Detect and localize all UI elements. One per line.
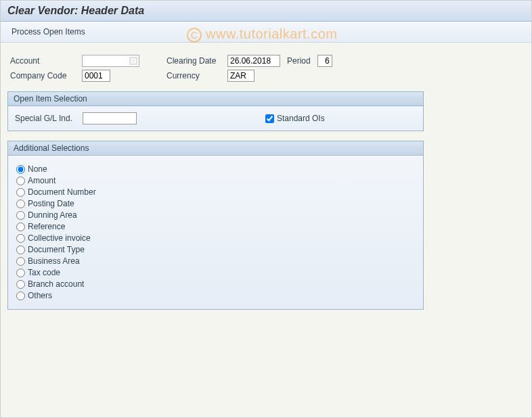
radio-document-number[interactable]	[16, 188, 25, 197]
radio-row-reference[interactable]: Reference	[16, 222, 415, 231]
radio-row-none[interactable]: None	[16, 164, 415, 174]
radio-label: Tax code	[28, 268, 60, 277]
row-account: Account Clearing Date Period	[7, 55, 525, 67]
radio-row-tax-code[interactable]: Tax code	[16, 268, 415, 277]
clearing-date-label: Clearing Date	[167, 56, 227, 66]
company-code-input[interactable]	[82, 70, 110, 82]
radio-row-amount[interactable]: Amount	[16, 176, 415, 185]
clearing-date-input[interactable]	[227, 55, 280, 67]
radio-row-branch-account[interactable]: Branch account	[16, 279, 415, 289]
radio-row-dunning-area[interactable]: Dunning Area	[16, 210, 415, 220]
radio-row-document-number[interactable]: Document Number	[16, 187, 415, 197]
radio-collective-invoice[interactable]	[16, 234, 25, 243]
radio-label: Document Number	[28, 187, 96, 197]
period-label: Period	[287, 56, 311, 66]
radio-label: Posting Date	[28, 199, 74, 208]
additional-selections-group: Additional Selections NoneAmountDocument…	[7, 141, 424, 310]
radio-none[interactable]	[16, 165, 25, 174]
main-content: Account Clearing Date Period Company Cod…	[1, 43, 531, 322]
radio-reference[interactable]	[16, 223, 25, 231]
standard-ois-label: Standard OIs	[277, 114, 325, 123]
radio-row-others[interactable]: Others	[16, 291, 415, 300]
standard-ois-checkbox-wrap[interactable]: Standard OIs	[265, 114, 325, 123]
radio-others[interactable]	[16, 292, 25, 300]
radio-label: None	[28, 164, 47, 174]
radio-dunning-area[interactable]	[16, 211, 25, 220]
special-gl-label: Special G/L Ind.	[15, 114, 83, 123]
radio-label: Business Area	[28, 256, 80, 266]
radio-document-type[interactable]	[16, 246, 25, 254]
radio-label: Reference	[28, 222, 65, 231]
radio-label: Collective invoice	[28, 233, 91, 243]
radio-posting-date[interactable]	[16, 200, 25, 208]
radio-label: Branch account	[28, 279, 84, 289]
page-title: Clear Vendor: Header Data	[7, 5, 144, 16]
period-input[interactable]	[317, 55, 332, 67]
open-item-selection-group: Open Item Selection Special G/L Ind. Sta…	[7, 91, 424, 131]
currency-label: Currency	[167, 71, 227, 80]
radio-row-collective-invoice[interactable]: Collective invoice	[16, 233, 415, 243]
radio-row-document-type[interactable]: Document Type	[16, 245, 415, 254]
open-item-selection-header: Open Item Selection	[7, 91, 424, 106]
special-gl-input[interactable]	[83, 112, 137, 124]
radio-label: Others	[28, 291, 52, 300]
standard-ois-checkbox[interactable]	[265, 114, 274, 123]
open-item-selection-body: Special G/L Ind. Standard OIs	[7, 106, 424, 131]
radio-amount[interactable]	[16, 177, 25, 185]
search-help-icon	[129, 57, 137, 65]
radio-label: Dunning Area	[28, 210, 77, 220]
process-open-items-button[interactable]: Process Open Items	[7, 26, 89, 38]
account-input[interactable]	[82, 55, 139, 67]
currency-input[interactable]	[227, 70, 254, 82]
radio-branch-account[interactable]	[16, 280, 25, 289]
radio-label: Document Type	[28, 245, 85, 254]
account-label: Account	[7, 56, 82, 66]
additional-selections-header: Additional Selections	[7, 141, 424, 156]
title-bar: Clear Vendor: Header Data	[1, 1, 531, 22]
row-company-code: Company Code Currency	[7, 70, 525, 82]
radio-row-business-area[interactable]: Business Area	[16, 256, 415, 266]
radio-tax-code[interactable]	[16, 269, 25, 277]
radio-row-posting-date[interactable]: Posting Date	[16, 199, 415, 208]
radio-business-area[interactable]	[16, 257, 25, 266]
radio-label: Amount	[28, 176, 56, 185]
additional-selections-body: NoneAmountDocument NumberPosting DateDun…	[7, 156, 424, 310]
toolbar: Process Open Items	[1, 22, 531, 43]
company-code-label: Company Code	[7, 71, 82, 80]
